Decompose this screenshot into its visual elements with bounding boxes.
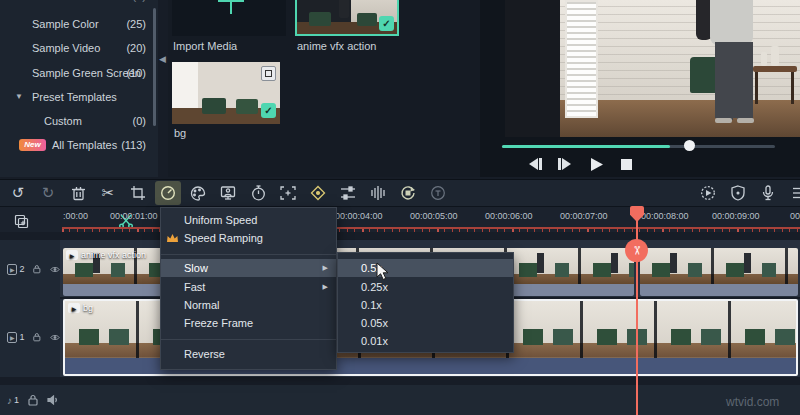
delete-icon[interactable] <box>65 181 91 205</box>
media-clip-label: bg <box>174 127 186 139</box>
previous-frame-button[interactable] <box>527 157 545 173</box>
ruler-label: 00:00:08:00 <box>641 211 689 221</box>
seek-bar-progress <box>502 145 670 148</box>
video-file-icon <box>261 66 276 81</box>
import-media-tile[interactable] <box>172 0 286 36</box>
play-badge-icon: ▶ <box>68 303 80 313</box>
crop-icon[interactable] <box>125 181 151 205</box>
menu-item-reverse[interactable]: Reverse <box>161 345 336 363</box>
submenu-arrow-icon: ▶ <box>323 278 328 296</box>
render-preview-icon[interactable] <box>395 181 421 205</box>
ruler-label: 00:00:01:00 <box>110 211 158 221</box>
playhead-line[interactable] <box>636 206 638 415</box>
ruler-label: :00:00 <box>63 211 88 221</box>
collapse-panel-icon[interactable]: ◀ <box>159 54 168 64</box>
video-preview[interactable] <box>505 0 800 137</box>
preview-panel <box>480 0 800 177</box>
color-palette-icon[interactable] <box>185 181 211 205</box>
submenu-item-0-25x[interactable]: 0.25x <box>338 278 513 296</box>
duration-timer-icon[interactable] <box>245 181 271 205</box>
sidebar-item-all-templates[interactable]: New All Templates (113) <box>0 135 158 155</box>
seek-handle[interactable] <box>684 140 695 151</box>
timeline-toolbar: :00:00 00:00:01:00 00:00:02:00 00:00:03:… <box>0 206 800 232</box>
preview-quality-icon[interactable] <box>695 181 721 205</box>
keyframe-icon[interactable] <box>305 181 331 205</box>
media-clip-anime-vfx-action[interactable]: ✓ <box>295 0 399 36</box>
video-track-icon: ▶ <box>7 332 17 343</box>
undo-icon[interactable]: ↺ <box>5 181 31 205</box>
play-badge-icon: ▶ <box>66 250 78 260</box>
eye-icon[interactable] <box>50 333 60 342</box>
ruler-label: 00:00:04:00 <box>335 211 383 221</box>
submenu-item-0-5x[interactable]: 0.5x <box>338 259 513 277</box>
media-clip-bg[interactable]: ✓ <box>172 62 280 124</box>
mouse-cursor <box>376 262 391 281</box>
speed-icon[interactable] <box>155 181 181 205</box>
check-icon: ✓ <box>379 16 394 31</box>
motion-track-icon[interactable] <box>275 181 301 205</box>
ruler-label: 00:00:05:00 <box>410 211 458 221</box>
speaker-icon[interactable] <box>47 395 59 405</box>
menu-item-speed-ramping[interactable]: Speed Ramping <box>161 229 336 247</box>
lock-icon[interactable] <box>33 263 41 275</box>
menu-item-freeze-frame[interactable]: Freeze Frame <box>161 314 336 332</box>
crown-icon <box>166 233 179 243</box>
sidebar-scrollbar[interactable] <box>153 8 156 126</box>
media-panel: Import Media ✓ anime vfx action ✓ bg <box>168 0 480 177</box>
submenu-item-0-05x[interactable]: 0.05x <box>338 314 513 332</box>
audio-mixer-icon[interactable] <box>365 181 391 205</box>
task-queue-icon[interactable] <box>787 181 800 205</box>
filmora-app: Shared Media (0) Sample Color (25) Sampl… <box>0 0 800 415</box>
next-frame-button[interactable] <box>557 157 575 173</box>
ruler-label: 00:00:07:00 <box>560 211 608 221</box>
speed-context-menu: Uniform Speed Speed Ramping Slow ▶ Fast … <box>160 207 337 370</box>
plus-icon <box>230 0 232 14</box>
chroma-key-icon[interactable] <box>215 181 241 205</box>
submenu-item-0-1x[interactable]: 0.1x <box>338 296 513 314</box>
audio-track-icon: ♪ <box>7 395 12 406</box>
stop-button[interactable] <box>620 157 638 173</box>
menu-item-slow[interactable]: Slow ▶ <box>161 259 336 277</box>
track-lane-audio1[interactable] <box>60 385 800 415</box>
eye-icon[interactable] <box>50 265 60 274</box>
playhead-cut-icon[interactable]: ✂ <box>625 239 648 262</box>
microphone-icon[interactable] <box>755 181 781 205</box>
timeline-clip-anime-vfx-action-right[interactable] <box>640 248 798 296</box>
menu-item-uniform-speed[interactable]: Uniform Speed <box>161 211 336 229</box>
play-button[interactable] <box>589 157 607 173</box>
menu-item-fast[interactable]: Fast ▶ <box>161 278 336 296</box>
adjust-icon[interactable] <box>335 181 361 205</box>
menu-item-normal[interactable]: Normal <box>161 296 336 314</box>
ruler-label: 00:00:06:00 <box>485 211 533 221</box>
check-icon: ✓ <box>261 103 276 118</box>
cut-icon[interactable]: ✂ <box>95 181 121 205</box>
sidebar-item-preset-templates[interactable]: ▼ Preset Templates <box>0 87 158 107</box>
ruler-label: 00 <box>790 211 800 221</box>
import-media-label: Import Media <box>173 40 237 52</box>
lock-icon[interactable] <box>28 394 38 406</box>
caret-down-icon: ▼ <box>15 87 23 107</box>
sidebar-item-sample-video[interactable]: Sample Video (20) <box>0 38 158 58</box>
sidebar-item-sample-green-screen[interactable]: Sample Green Screen (10) <box>0 63 158 83</box>
ruler-label: 00:00:09:00 <box>712 211 760 221</box>
slow-speed-submenu: 0.5x 0.25x 0.1x 0.05x 0.01x <box>337 252 514 353</box>
media-clip-label: anime vfx action <box>297 40 376 52</box>
sidebar-item-shared-media[interactable]: Shared Media (0) <box>0 0 158 6</box>
duplicate-icon[interactable] <box>8 209 34 233</box>
submenu-item-0-01x[interactable]: 0.01x <box>338 332 513 350</box>
redo-icon[interactable]: ↻ <box>35 181 61 205</box>
watermark: wtvid.com <box>726 395 779 409</box>
text-to-speech-icon[interactable] <box>425 181 451 205</box>
media-library-sidebar: Shared Media (0) Sample Color (25) Sampl… <box>0 0 158 177</box>
lock-icon[interactable] <box>33 331 41 343</box>
sidebar-item-custom[interactable]: Custom (0) <box>0 111 158 131</box>
video-track-icon: ▶ <box>7 264 17 275</box>
shield-icon[interactable] <box>725 181 751 205</box>
new-badge: New <box>19 139 46 151</box>
sidebar-item-sample-color[interactable]: Sample Color (25) <box>0 14 158 34</box>
editing-toolbar: ↺ ↻ ✂ <box>0 179 800 206</box>
submenu-arrow-icon: ▶ <box>323 259 328 277</box>
